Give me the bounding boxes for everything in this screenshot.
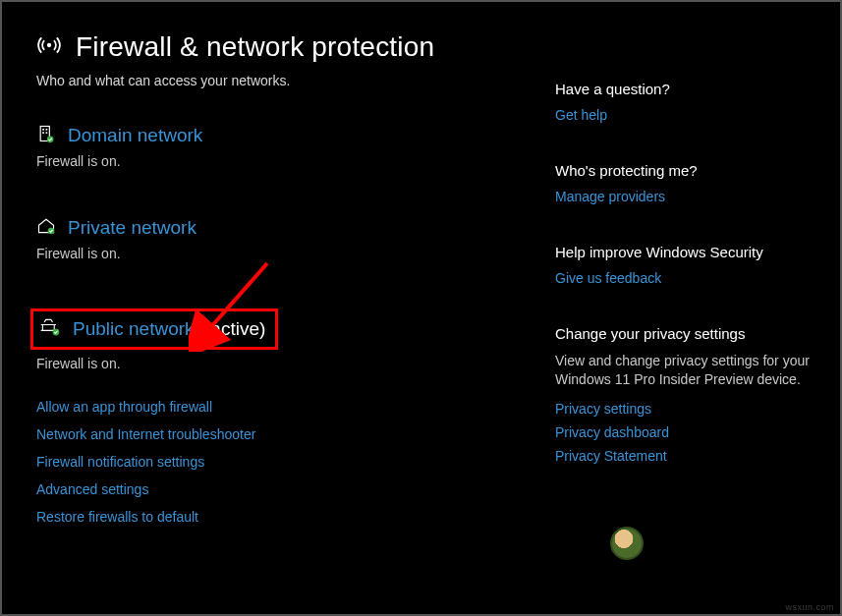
private-network-link[interactable]: Private network xyxy=(68,217,196,239)
domain-network-link[interactable]: Domain network xyxy=(68,125,202,146)
public-network-link[interactable]: Public network xyxy=(73,318,195,339)
broadcast-icon xyxy=(36,32,62,62)
protecting-title: Who's protecting me? xyxy=(555,162,811,179)
bench-icon xyxy=(39,317,61,341)
page-title-row: Firewall & network protection xyxy=(36,31,526,63)
privacy-body: View and change privacy settings for you… xyxy=(555,352,811,389)
question-section: Have a question? Get help xyxy=(555,81,811,123)
privacy-title: Change your privacy settings xyxy=(555,325,811,342)
privacy-statement-link[interactable]: Privacy Statement xyxy=(555,448,811,464)
domain-network-status: Firewall is on. xyxy=(36,153,526,169)
restore-defaults-link[interactable]: Restore firewalls to default xyxy=(36,509,526,525)
annotation-highlight-box: Public network (active) xyxy=(30,308,278,350)
watermark: wsxun.com xyxy=(785,602,834,612)
public-network-status: Firewall is on. xyxy=(36,356,526,371)
privacy-settings-link[interactable]: Privacy settings xyxy=(555,401,811,417)
manage-providers-link[interactable]: Manage providers xyxy=(555,189,811,204)
improve-title: Help improve Windows Security xyxy=(555,244,811,260)
svg-rect-3 xyxy=(46,129,48,131)
public-network-active-suffix: (active) xyxy=(204,318,265,339)
get-help-link[interactable]: Get help xyxy=(555,107,811,123)
building-icon xyxy=(36,124,56,147)
allow-app-link[interactable]: Allow an app through firewall xyxy=(36,399,526,415)
privacy-dashboard-link[interactable]: Privacy dashboard xyxy=(555,424,811,440)
page-title: Firewall & network protection xyxy=(76,31,434,63)
advanced-settings-link[interactable]: Advanced settings xyxy=(36,481,526,497)
question-title: Have a question? xyxy=(555,81,811,97)
svg-rect-5 xyxy=(46,132,48,134)
improve-section: Help improve Windows Security Give us fe… xyxy=(555,244,811,286)
public-network-section: Public network (active) Firewall is on. xyxy=(36,308,526,371)
privacy-section: Change your privacy settings View and ch… xyxy=(555,325,811,464)
page-subtitle: Who and what can access your networks. xyxy=(36,73,526,88)
svg-point-0 xyxy=(47,43,51,47)
protecting-section: Who's protecting me? Manage providers xyxy=(555,162,811,204)
action-links-list: Allow an app through firewall Network an… xyxy=(36,399,526,525)
private-network-status: Firewall is on. xyxy=(36,246,526,261)
feedback-link[interactable]: Give us feedback xyxy=(555,270,811,286)
home-icon xyxy=(36,216,56,240)
avatar-overlay-icon xyxy=(610,527,644,560)
domain-network-section: Domain network Firewall is on. xyxy=(36,124,526,169)
notification-settings-link[interactable]: Firewall notification settings xyxy=(36,454,526,470)
private-network-section: Private network Firewall is on. xyxy=(36,216,526,261)
svg-rect-4 xyxy=(42,132,44,134)
svg-rect-2 xyxy=(42,129,44,131)
troubleshooter-link[interactable]: Network and Internet troubleshooter xyxy=(36,426,526,442)
